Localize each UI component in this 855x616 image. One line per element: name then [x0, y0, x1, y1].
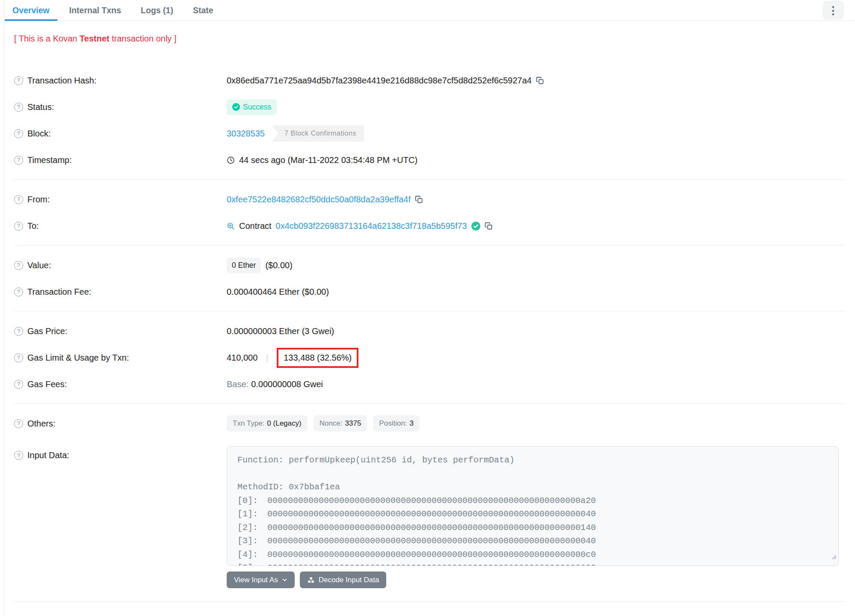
- tab-state[interactable]: State: [185, 0, 221, 21]
- row-value: ? Value: 0 Ether ($0.00): [14, 252, 845, 278]
- help-icon[interactable]: ?: [14, 380, 23, 389]
- check-circle-icon: [232, 103, 240, 111]
- bottom-divider: [14, 601, 845, 602]
- row-gas-fees: ? Gas Fees: Base: 0.000000008 Gwei: [14, 371, 845, 397]
- section-others: ? Others: Txn Type:0 (Legacy) Nonce:3375…: [4, 410, 855, 588]
- row-status: ? Status: Success: [14, 94, 845, 120]
- position-badge: Position:3: [373, 415, 420, 432]
- block-number-link[interactable]: 30328535: [227, 129, 265, 139]
- zoom-in-icon[interactable]: [227, 222, 235, 230]
- gas-limit-label: Gas Limit & Usage by Txn:: [27, 353, 129, 363]
- kebab-icon: ⋮: [828, 5, 839, 16]
- input-word-row: [2]:000000000000000000000000000000000000…: [237, 521, 828, 535]
- help-icon[interactable]: ?: [14, 261, 23, 270]
- section-value: ? Value: 0 Ether ($0.00) ? Transaction F…: [4, 252, 855, 305]
- testnet-notice-emphasis: Testnet: [80, 34, 109, 43]
- gas-limit-separator: |: [266, 353, 268, 362]
- help-icon[interactable]: ?: [14, 129, 23, 138]
- gas-usage-value: 133,488 (32.56%): [284, 353, 352, 362]
- gas-limit-value: 410,000: [227, 353, 257, 363]
- help-icon[interactable]: ?: [14, 353, 23, 362]
- row-from: ? From: 0xfee7522e8482682cf50ddc50a0f8da…: [14, 186, 845, 213]
- row-block: ? Block: 30328535 7 Block Confirmations: [14, 120, 845, 147]
- gas-fees-base-label: Base:: [227, 379, 249, 389]
- others-label: Others:: [27, 419, 56, 429]
- view-input-as-button[interactable]: View Input As: [227, 572, 295, 588]
- input-word-row: [5]:000000000000000000000000000000000000…: [237, 561, 828, 566]
- cubes-icon: [307, 576, 315, 584]
- status-badge: Success: [227, 99, 277, 115]
- help-icon[interactable]: ?: [14, 103, 23, 112]
- gas-fees-label: Gas Fees:: [27, 379, 67, 389]
- from-label: From:: [27, 195, 50, 204]
- more-options-button[interactable]: ⋮: [822, 1, 844, 20]
- row-transaction-hash: ? Transaction Hash: 0x86ed5a771e725aa94d…: [14, 67, 845, 94]
- copy-icon[interactable]: [485, 222, 493, 230]
- divider: [14, 403, 845, 404]
- block-label: Block:: [27, 129, 50, 139]
- tab-bar: Overview Internal Txns Logs (1) State ⋮: [4, 0, 855, 21]
- to-contract-word: Contract: [239, 221, 272, 231]
- input-function-line: Function: performUpkeep(uint256 id, byte…: [237, 453, 828, 467]
- transaction-overview-card: Overview Internal Txns Logs (1) State ⋮ …: [3, 0, 855, 616]
- help-icon[interactable]: ?: [14, 222, 23, 231]
- resize-grip[interactable]: [831, 551, 837, 564]
- section-addresses: ? From: 0xfee7522e8482682cf50ddc50a0f8da…: [4, 186, 855, 239]
- chevron-down-icon: [282, 577, 287, 583]
- transaction-hash-value: 0x86ed5a771e725aa94d5b7fa2398e4419e216d8…: [227, 76, 532, 86]
- tab-logs[interactable]: Logs (1): [133, 0, 181, 21]
- gas-fees-base-value: 0.000000008 Gwei: [251, 379, 323, 389]
- help-icon[interactable]: ?: [14, 156, 23, 165]
- row-to: ? To: Contract 0x4cb093f226983713164a621…: [14, 213, 845, 239]
- input-data-box[interactable]: Function: performUpkeep(uint256 id, byte…: [227, 446, 839, 566]
- help-icon[interactable]: ?: [14, 327, 23, 336]
- transaction-hash-label: Transaction Hash:: [27, 76, 97, 86]
- transaction-fee-label: Transaction Fee:: [27, 287, 91, 297]
- usd-value: ($0.00): [265, 261, 292, 270]
- block-confirmations-badge: 7 Block Confirmations: [272, 125, 364, 142]
- section-summary: ? Transaction Hash: 0x86ed5a771e725aa94d…: [4, 67, 855, 173]
- blank-line: [237, 467, 828, 481]
- from-address-link[interactable]: 0xfee7522e8482682cf50ddc50a0f8da2a39effa…: [227, 195, 411, 204]
- gas-price-value: 0.000000003 Ether (3 Gwei): [227, 326, 334, 336]
- help-icon[interactable]: ?: [14, 195, 23, 204]
- help-icon[interactable]: ?: [14, 76, 23, 85]
- input-data-label: Input Data:: [27, 450, 69, 460]
- value-label: Value:: [27, 261, 51, 270]
- tab-overview[interactable]: Overview: [5, 0, 57, 21]
- gas-usage-annotation-box: 133,488 (32.56%): [277, 348, 358, 368]
- ether-value-badge: 0 Ether: [227, 258, 261, 273]
- testnet-notice: [ This is a Kovan Testnet transaction on…: [4, 21, 855, 44]
- nonce-badge: Nonce:3375: [314, 415, 367, 432]
- row-transaction-fee: ? Transaction Fee: 0.000400464 Ether ($0…: [14, 278, 845, 305]
- transaction-fee-value: 0.000400464 Ether ($0.00): [227, 287, 329, 297]
- input-word-row: [3]:000000000000000000000000000000000000…: [237, 534, 828, 548]
- to-label: To:: [27, 221, 39, 231]
- copy-icon[interactable]: [415, 195, 423, 204]
- help-icon[interactable]: ?: [14, 419, 23, 428]
- timestamp-value: 44 secs ago (Mar-11-2022 03:54:48 PM +UT…: [239, 155, 417, 165]
- txn-type-badge: Txn Type:0 (Legacy): [227, 415, 308, 432]
- section-gas: ? Gas Price: 0.000000003 Ether (3 Gwei) …: [4, 318, 855, 397]
- row-gas-price: ? Gas Price: 0.000000003 Ether (3 Gwei): [14, 318, 845, 344]
- row-gas-limit-usage: ? Gas Limit & Usage by Txn: 410,000 | 13…: [14, 344, 845, 371]
- gas-price-label: Gas Price:: [27, 326, 67, 336]
- divider: [14, 245, 845, 246]
- row-others: ? Others: Txn Type:0 (Legacy) Nonce:3375…: [14, 410, 845, 437]
- divider: [14, 179, 845, 180]
- input-word-row: [0]:000000000000000000000000000000000000…: [237, 494, 828, 508]
- input-word-row: [4]:000000000000000000000000000000000000…: [237, 548, 828, 562]
- help-icon[interactable]: ?: [14, 451, 23, 460]
- decode-input-data-button[interactable]: Decode Input Data: [300, 572, 387, 588]
- row-input-data: ? Input Data: Function: performUpkeep(ui…: [14, 446, 845, 588]
- help-icon[interactable]: ?: [14, 287, 23, 296]
- input-methodid-line: MethodID: 0x7bbaf1ea: [237, 480, 828, 494]
- status-label: Status:: [27, 102, 54, 112]
- tab-internal-txns[interactable]: Internal Txns: [62, 0, 129, 21]
- to-address-link[interactable]: 0x4cb093f226983713164a62138c3f718a5b595f…: [276, 221, 467, 231]
- clock-icon: [227, 156, 235, 164]
- copy-icon[interactable]: [536, 77, 544, 85]
- row-timestamp: ? Timestamp: 44 secs ago (Mar-11-2022 03…: [14, 147, 845, 173]
- verified-check-icon: [471, 222, 480, 231]
- timestamp-label: Timestamp:: [27, 155, 72, 165]
